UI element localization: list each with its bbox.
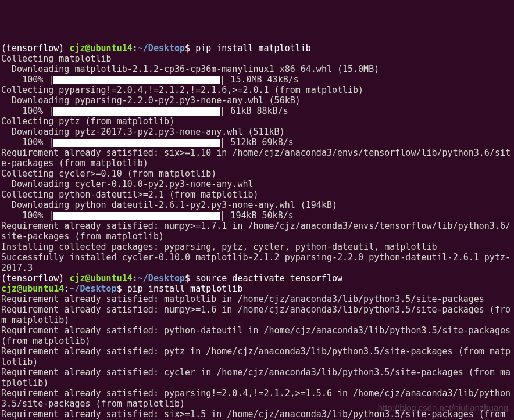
progress-line: 100% || 61kB 88kB/s — [1, 106, 294, 116]
output-line: Requirement already satisfied: cycler in… — [1, 367, 511, 388]
env-name: (tensorflow) — [1, 273, 69, 283]
prompt-dollar: $ — [185, 273, 195, 283]
prompt-line-1: (tensorflow) cjz@ubuntu14:~/Desktop$ pip… — [1, 43, 311, 53]
progress-line: 100% || 15.0MB 43kB/s — [1, 74, 304, 85]
output-line: Requirement already satisfied: pyparsing… — [1, 388, 511, 409]
output-line: Collecting matplotlib — [1, 53, 112, 64]
user-host: cjz@ubuntu14 — [69, 43, 132, 53]
prompt-line-2: (tensorflow) cjz@ubuntu14:~/Desktop$ sou… — [1, 273, 342, 283]
output-line: Requirement already satisfied: python-da… — [1, 325, 514, 346]
output-line: Collecting python-dateutil>=2.1 (from ma… — [1, 189, 259, 200]
output-line: Downloading cycler-0.10.0-py2.py3-none-a… — [1, 179, 253, 189]
progress-bar-icon — [53, 107, 220, 116]
command-text: source deactivate tensorflow — [195, 273, 342, 283]
prompt-dollar: $ — [117, 283, 127, 294]
output-line: Downloading matplotlib-2.1.2-cp36-cp36m-… — [1, 64, 379, 74]
output-line: Requirement already satisfied: matplotli… — [1, 294, 484, 304]
output-line: Installing collected packages: pyparsing… — [1, 242, 437, 252]
output-line: Downloading pyparsing-2.2.0-py2.py3-none… — [1, 95, 301, 106]
progress-bar-icon — [53, 212, 220, 220]
colon: : — [133, 273, 138, 283]
progress-line: 100% || 194kB 50kB/s — [1, 210, 299, 221]
user-host: cjz@ubuntu14 — [69, 273, 132, 283]
cwd-path: ~/Desktop — [138, 43, 185, 53]
output-line: Downloading pytz-2017.3-py2.py3-none-any… — [1, 127, 285, 137]
output-line: Requirement already satisfied: pytz in /… — [1, 346, 511, 367]
cwd-path: ~/Desktop — [69, 283, 116, 294]
progress-bar-icon — [53, 76, 220, 84]
output-line: Requirement already satisfied: numpy>=1.… — [1, 221, 511, 242]
output-line: Collecting cycler>=0.10 (from matplotlib… — [1, 168, 216, 179]
output-line: Requirement already satisfied: six>=1.10… — [1, 148, 511, 168]
env-name: (tensorflow) — [1, 43, 69, 53]
output-line: Requirement already satisfied: numpy>=1.… — [1, 304, 511, 325]
progress-bar-icon — [53, 139, 220, 147]
output-line: Requirement already satisfied: six>=1.5 … — [1, 409, 511, 420]
output-line: Successfully installed cycler-0.10.0 mat… — [1, 252, 511, 273]
terminal-output[interactable]: (tensorflow) cjz@ubuntu14:~/Desktop$ pip… — [1, 43, 513, 420]
prompt-dollar: $ — [185, 43, 195, 53]
colon: : — [133, 43, 138, 53]
prompt-line-3: cjz@ubuntu14:~/Desktop$ pip install matp… — [1, 283, 242, 294]
command-text: pip install matplotlib — [195, 43, 311, 53]
output-line: Downloading python_dateutil-2.6.1-py2.py… — [1, 200, 337, 210]
user-host: cjz@ubuntu14 — [1, 283, 64, 294]
output-line: Collecting pytz (from matplotlib) — [1, 116, 174, 127]
command-text: pip install matplotlib — [127, 283, 243, 294]
output-line: Collecting pyparsing!=2.0.4,!=2.1.2,!=2.… — [1, 85, 363, 95]
progress-line: 100% || 512kB 69kB/s — [1, 137, 299, 148]
cwd-path: ~/Desktop — [138, 273, 185, 283]
